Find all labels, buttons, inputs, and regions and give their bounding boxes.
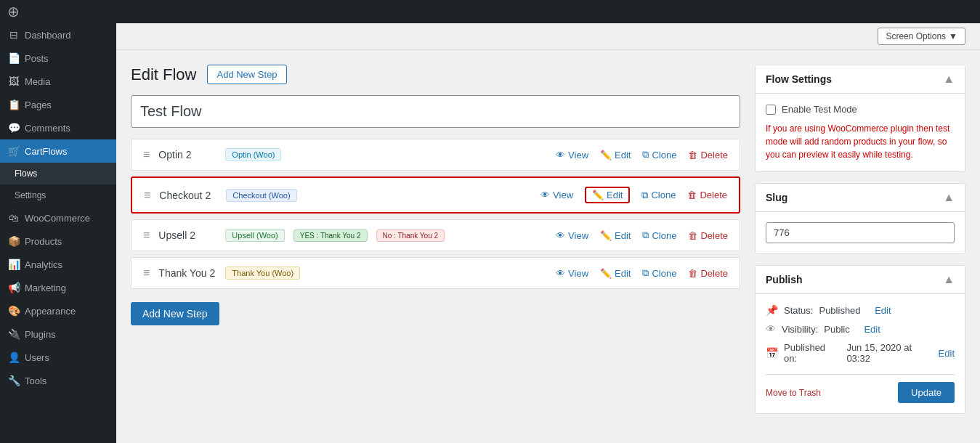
sidebar-item-posts[interactable]: 📄 Posts <box>0 46 116 70</box>
sidebar-item-label: Media <box>25 76 50 87</box>
delete-link-optin[interactable]: 🗑 Delete <box>688 150 728 160</box>
sidebar-item-label: Tools <box>25 375 46 386</box>
step-actions-upsell: 👁 View ✏️ Edit ⧉ Clone <box>556 229 728 241</box>
pin-icon: 📌 <box>766 304 778 316</box>
sidebar-item-pages[interactable]: 📋 Pages <box>0 93 116 116</box>
products-icon: 📦 <box>7 235 20 247</box>
enable-test-mode-label[interactable]: Enable Test Mode <box>766 104 955 115</box>
sidebar-item-label: Plugins <box>25 329 56 340</box>
posts-icon: 📄 <box>7 52 20 64</box>
badge-optin-woo: Optin (Woo) <box>225 148 281 161</box>
calendar-icon: 📅 <box>766 347 778 359</box>
sidebar-item-appearance[interactable]: 🎨 Appearance <box>0 299 116 322</box>
chevron-down-icon: ▼ <box>949 31 957 41</box>
publish-status-edit-link[interactable]: Edit <box>875 305 891 316</box>
sidebar-item-label: CartFlows <box>25 146 68 157</box>
sidebar-item-dashboard[interactable]: ⊟ Dashboard <box>0 23 116 46</box>
page-title: Edit Flow <box>131 65 196 84</box>
flow-settings-toggle[interactable]: ▲ <box>943 73 955 86</box>
step-actions-checkout: 👁 View ✏️ Edit ⧉ Clone <box>540 187 727 203</box>
slug-input[interactable] <box>766 222 955 243</box>
sidebar-item-label: Users <box>25 352 49 363</box>
trash-icon: 🗑 <box>688 150 697 160</box>
edit-link-thankyou[interactable]: ✏️ Edit <box>600 268 631 279</box>
sidebar-item-label: Products <box>25 236 62 247</box>
sidebar-item-flows[interactable]: Flows ➤ <box>0 163 116 184</box>
pencil-icon: ✏️ <box>600 150 612 160</box>
clone-icon: ⧉ <box>642 229 649 241</box>
pencil-icon: ✏️ <box>600 268 612 279</box>
slug-title: Slug <box>766 192 787 203</box>
trash-icon: 🗑 <box>687 190 697 200</box>
sidebar-item-label: Flows <box>15 168 37 179</box>
sidebar-item-users[interactable]: 👤 Users <box>0 346 116 369</box>
drag-handle-icon[interactable]: ≡ <box>143 267 150 280</box>
admin-bar: ⊕ <box>0 0 980 23</box>
view-link-checkout[interactable]: 👁 View <box>540 190 573 200</box>
move-to-trash-link[interactable]: Move to Trash <box>766 388 821 398</box>
sidebar-item-settings[interactable]: Settings <box>0 184 116 206</box>
clone-link-checkout[interactable]: ⧉ Clone <box>641 190 676 201</box>
sidebar-item-tools[interactable]: 🔧 Tools <box>0 369 116 392</box>
publish-visibility-row: 👁 Visibility: Public Edit <box>766 323 955 335</box>
sidebar-item-comments[interactable]: 💬 Comments <box>0 116 116 139</box>
content-area: Screen Options ▼ Edit Flow Add New Step … <box>116 23 980 443</box>
sidebar-item-analytics[interactable]: 📊 Analytics <box>0 253 116 276</box>
delete-link-checkout[interactable]: 🗑 Delete <box>687 190 727 200</box>
badge-no-thankyou: No : Thank You 2 <box>376 229 445 242</box>
sidebar-item-media[interactable]: 🖼 Media <box>0 70 116 93</box>
step-name-optin: Optin 2 <box>158 149 216 160</box>
sidebar-item-plugins[interactable]: 🔌 Plugins <box>0 322 116 346</box>
screen-options-button[interactable]: Screen Options ▼ <box>878 28 965 45</box>
appearance-icon: 🎨 <box>7 305 20 317</box>
delete-link-upsell[interactable]: 🗑 Delete <box>688 230 728 241</box>
sidebar-item-label: Marketing <box>25 283 66 293</box>
edit-link-upsell[interactable]: ✏️ Edit <box>600 230 631 241</box>
eye-icon: 👁 <box>556 230 565 241</box>
publish-toggle[interactable]: ▲ <box>943 273 955 286</box>
drag-handle-icon[interactable]: ≡ <box>144 189 150 202</box>
clone-link-optin[interactable]: ⧉ Clone <box>642 149 676 160</box>
clone-link-thankyou[interactable]: ⧉ Clone <box>642 267 676 279</box>
sidebar-item-cartflows[interactable]: 🛒 CartFlows ➤ <box>0 139 116 163</box>
add-new-step-top-button[interactable]: Add New Step <box>207 65 286 84</box>
clone-icon: ⧉ <box>642 149 649 160</box>
steps-container: ≡ Optin 2 Optin (Woo) 👁 View ✏️ Edit <box>131 139 740 295</box>
delete-link-thankyou[interactable]: 🗑 Delete <box>688 268 728 279</box>
clone-link-upsell[interactable]: ⧉ Clone <box>642 229 676 241</box>
edit-link-checkout[interactable]: ✏️ Edit <box>585 187 630 203</box>
view-link-thankyou[interactable]: 👁 View <box>556 268 588 279</box>
clone-icon: ⧉ <box>641 190 648 201</box>
marketing-icon: 📢 <box>7 282 20 293</box>
enable-test-mode-text: Enable Test Mode <box>782 104 857 115</box>
sidebar-item-label: WooCommerce <box>25 213 90 224</box>
add-new-step-bottom-button[interactable]: Add New Step <box>131 302 219 325</box>
edit-link-optin[interactable]: ✏️ Edit <box>600 150 631 160</box>
comments-icon: 💬 <box>7 122 20 134</box>
drag-handle-icon[interactable]: ≡ <box>143 148 150 161</box>
flow-name-input[interactable] <box>131 95 740 128</box>
slug-toggle[interactable]: ▲ <box>943 191 955 204</box>
enable-test-mode-checkbox[interactable] <box>766 105 776 115</box>
analytics-icon: 📊 <box>7 259 20 270</box>
view-link-optin[interactable]: 👁 View <box>556 150 588 160</box>
step-name-thankyou: Thank You 2 <box>158 267 216 279</box>
publish-header: Publish ▲ <box>756 266 965 294</box>
content-body: Edit Flow Add New Step ≡ Optin 2 Optin (… <box>116 50 980 443</box>
publish-date-edit-link[interactable]: Edit <box>939 348 955 359</box>
badge-upsell-woo: Upsell (Woo) <box>225 229 284 242</box>
test-mode-description: If you are using WooCommerce plugin then… <box>766 122 955 161</box>
sidebar-item-woocommerce[interactable]: 🛍 WooCommerce <box>0 206 116 229</box>
publish-status-label: Status: <box>784 305 813 316</box>
badge-thankyou-woo: Thank You (Woo) <box>225 267 300 280</box>
flow-settings-header: Flow Settings ▲ <box>756 65 965 94</box>
drag-handle-icon[interactable]: ≡ <box>143 229 150 242</box>
badge-yes-thankyou: YES : Thank You 2 <box>293 229 368 242</box>
publish-visibility-edit-link[interactable]: Edit <box>864 324 880 335</box>
view-link-upsell[interactable]: 👁 View <box>556 230 588 241</box>
sidebar-item-products[interactable]: 📦 Products <box>0 229 116 253</box>
sidebar-item-marketing[interactable]: 📢 Marketing <box>0 276 116 299</box>
sidebar-item-label: Analytics <box>25 259 62 270</box>
update-button[interactable]: Update <box>898 382 955 403</box>
publish-status-row: 📌 Status: Published Edit <box>766 304 955 316</box>
